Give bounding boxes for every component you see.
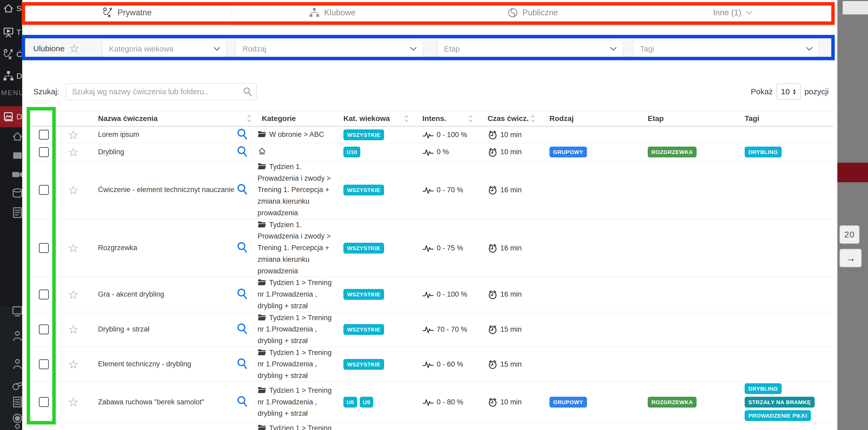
tab-publiczne[interactable]: Publiczne — [432, 0, 633, 25]
row-checkbox[interactable] — [39, 359, 49, 369]
tags-dropdown[interactable]: Tagi — [633, 40, 819, 58]
sort-icon[interactable] — [404, 114, 409, 123]
home-icon — [257, 147, 267, 155]
age-badge: U9 — [360, 397, 373, 407]
sidebar-item-start[interactable]: S — [0, 0, 22, 18]
sidebar-item-exercise-database-active[interactable]: D — [0, 106, 22, 127]
type-cell: GRUPOWY — [547, 397, 645, 407]
exercise-name: Zabawa ruchowa "berek samolot" — [89, 397, 237, 407]
age-category-dropdown[interactable]: Kategoria wiekowa — [102, 40, 226, 58]
whistle-icon — [11, 379, 22, 391]
sort-icon[interactable] — [468, 114, 473, 123]
header-duration[interactable]: Czas ćwicz. — [486, 114, 547, 123]
sidebar-subitem[interactable] — [11, 169, 22, 180]
sidebar-item-label: T — [17, 28, 21, 37]
row-checkbox[interactable] — [39, 185, 49, 195]
tab-label: Prywatne — [118, 8, 152, 18]
zoom-preview-icon[interactable] — [237, 323, 248, 335]
favorite-star-icon[interactable]: ☆ — [68, 242, 79, 254]
stage-dropdown[interactable]: Etap — [437, 40, 623, 58]
type-dropdown[interactable]: Rodzaj — [236, 40, 423, 58]
exercise-category: Tydzien 1 > Trening nr 1.Prowadzenia , d… — [257, 385, 339, 420]
zoom-preview-icon[interactable] — [237, 396, 248, 408]
intensity-cell: 0 - 70 % — [416, 186, 486, 194]
sort-icon[interactable] — [531, 114, 535, 123]
sidebar-lower-item[interactable] — [11, 423, 22, 430]
row-checkbox[interactable] — [39, 243, 49, 253]
header-name[interactable]: Nazwa ćwiczenia — [89, 114, 257, 123]
stage-badge: ROZGRZEWKA — [648, 397, 696, 407]
hierarchy-icon — [309, 7, 320, 18]
tab-group: Klubowe Publiczne Inne (1) — [232, 0, 833, 25]
row-checkbox[interactable] — [39, 130, 49, 140]
tab-prywatne[interactable]: Prywatne — [22, 0, 232, 25]
search-input[interactable] — [65, 83, 257, 100]
type-badge: GRUPOWY — [550, 147, 587, 157]
chevron-down-icon — [213, 47, 220, 51]
zoom-preview-icon[interactable] — [237, 129, 248, 141]
favorite-star-icon[interactable]: ☆ — [68, 288, 79, 301]
duration-cell: 15 min — [486, 324, 547, 334]
sidebar-item-structure[interactable]: D — [0, 67, 22, 86]
sidebar-item-board[interactable]: T — [0, 23, 22, 42]
ball-icon — [11, 412, 22, 424]
row-checkbox[interactable] — [39, 289, 49, 300]
page-size-spinner[interactable]: 10 ▲▼ — [776, 84, 801, 100]
chevron-down-icon — [410, 47, 417, 51]
sidebar-subitem[interactable] — [11, 131, 22, 142]
sidebar-lower-item[interactable] — [11, 305, 22, 316]
spinner-arrows-icon[interactable]: ▲▼ — [793, 89, 797, 95]
tab-klubowe[interactable]: Klubowe — [232, 0, 432, 25]
sidebar-lower-item[interactable] — [11, 412, 22, 424]
row-checkbox[interactable] — [39, 147, 49, 157]
age-badge: WSZYSTKIE — [343, 243, 384, 253]
intensity-icon — [423, 130, 434, 139]
sidebar-subitem[interactable] — [11, 207, 22, 218]
exercise-category: Tydzien 1 > Trening nr 1.Prowadzenia , d… — [257, 347, 339, 382]
favorite-star-icon[interactable]: ☆ — [68, 184, 79, 196]
exercise-name: Gra - akcent drybling — [89, 289, 237, 300]
items-label: pozycji — [804, 87, 829, 96]
tab-inne[interactable]: Inne (1) — [633, 0, 833, 25]
sidebar-lower-item[interactable] — [11, 330, 22, 342]
sidebar-lower-item[interactable] — [11, 396, 22, 408]
sidebar-item-exercises[interactable]: Ć — [0, 45, 22, 64]
header-age-category[interactable]: Kat. wiekowa — [339, 114, 416, 123]
exercise-category: Tydzien 1. Prowadzenia i zwody > Trening… — [257, 161, 339, 219]
sidebar-subitem[interactable] — [11, 188, 22, 199]
folder-icon — [257, 313, 267, 321]
sidebar-lower-item[interactable] — [11, 358, 22, 370]
intensity-icon — [423, 244, 434, 252]
favorite-star-icon[interactable]: ☆ — [68, 146, 79, 158]
table-row: ☆ Rozgrzewka Tydzien 1. Prowadzenia i zw… — [32, 219, 833, 277]
row-checkbox[interactable] — [39, 324, 49, 334]
dropdown-placeholder: Rodzaj — [243, 44, 266, 53]
next-arrow-button[interactable]: → — [839, 249, 862, 267]
intensity-cell: 0 % — [416, 148, 486, 156]
sort-icon[interactable] — [247, 114, 251, 123]
presentation-icon — [3, 26, 14, 38]
favorite-star-icon[interactable]: ☆ — [68, 358, 79, 370]
zoom-preview-icon[interactable] — [237, 358, 248, 370]
favorite-star-icon[interactable]: ☆ — [68, 323, 79, 335]
zoom-preview-icon[interactable] — [237, 288, 248, 301]
page-size-control: Pokaż 10 ▲▼ pozycji — [751, 84, 829, 100]
favorite-star-icon[interactable]: ☆ — [68, 396, 79, 408]
zoom-preview-icon[interactable] — [237, 146, 248, 158]
header-intensity[interactable]: Intens. — [416, 114, 486, 123]
zoom-preview-icon[interactable] — [237, 184, 248, 196]
zoom-preview-icon[interactable] — [237, 242, 248, 254]
sidebar-item-label: S — [17, 4, 22, 13]
intensity-cell: 0 - 80 % — [416, 398, 486, 406]
favorite-star-icon[interactable]: ☆ — [68, 129, 79, 141]
exercise-category: Tydzien 1. Prowadzenia i zwody > Trening… — [257, 219, 339, 277]
sidebar-subitem[interactable] — [11, 150, 22, 161]
row-checkbox[interactable] — [39, 397, 49, 407]
sidebar-lower-item[interactable] — [11, 379, 22, 391]
favorites-star-icon[interactable]: ☆ — [69, 43, 79, 54]
duration-cell: 16 min — [486, 243, 547, 253]
intensity-icon — [423, 360, 434, 368]
clock-icon — [488, 243, 498, 253]
favorites-filter[interactable]: Ulubione ☆ — [33, 37, 79, 60]
intensity-cell: 0 - 75 % — [416, 244, 486, 252]
